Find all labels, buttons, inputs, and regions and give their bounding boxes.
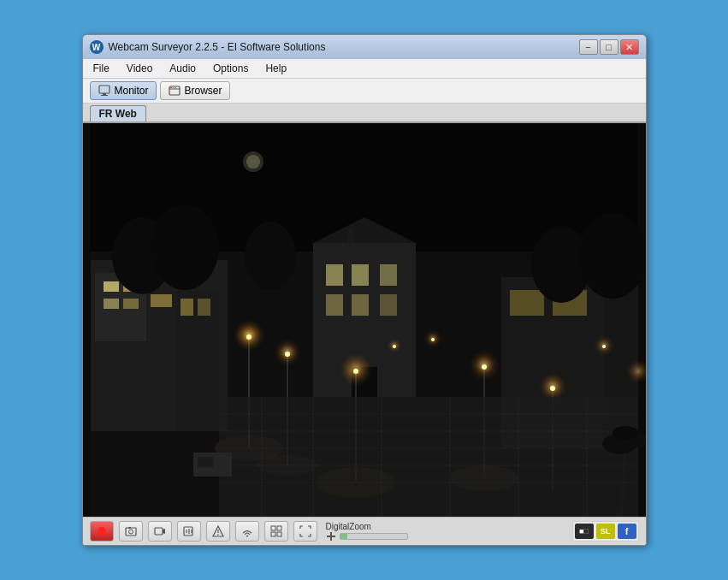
fr-web-tab[interactable]: FR Web: [90, 105, 146, 121]
menu-file[interactable]: File: [90, 61, 113, 76]
svg-rect-90: [155, 528, 163, 535]
minimize-button[interactable]: −: [579, 39, 598, 55]
monitor-label: Monitor: [115, 85, 149, 97]
snapshot-button[interactable]: [119, 521, 143, 542]
svg-rect-1: [103, 93, 106, 95]
svg-rect-25: [352, 264, 369, 286]
svg-rect-101: [277, 526, 281, 530]
svg-point-48: [353, 369, 358, 374]
svg-rect-0: [99, 86, 109, 93]
fullscreen-button[interactable]: [293, 521, 317, 542]
status-bar: DigitalZoom ■□ SL f: [83, 517, 646, 545]
video-button[interactable]: [177, 521, 201, 542]
svg-rect-28: [352, 294, 369, 316]
signal-button[interactable]: [235, 521, 259, 542]
svg-point-42: [246, 334, 252, 340]
svg-rect-100: [271, 526, 275, 530]
svg-rect-105: [330, 532, 332, 541]
close-button[interactable]: ✕: [620, 39, 639, 55]
camera-button[interactable]: [148, 521, 172, 542]
zoom-section: DigitalZoom: [326, 522, 408, 542]
sl-icon[interactable]: SL: [596, 524, 615, 539]
zoom-label: DigitalZoom: [326, 522, 408, 531]
svg-point-56: [431, 338, 435, 341]
svg-rect-17: [151, 294, 172, 307]
camera-view: [83, 123, 646, 517]
menu-audio[interactable]: Audio: [166, 61, 199, 76]
svg-point-86: [98, 527, 106, 536]
svg-point-60: [602, 345, 606, 348]
svg-point-45: [285, 352, 290, 357]
menu-video[interactable]: Video: [123, 61, 156, 76]
browser-icon: [168, 84, 181, 98]
svg-point-85: [246, 155, 260, 169]
menu-options[interactable]: Options: [210, 61, 252, 76]
svg-rect-87: [126, 528, 136, 536]
browser-label: Browser: [185, 85, 222, 97]
toolbar: Monitor Browser: [83, 79, 646, 104]
main-window: W Webcam Surveyor 2.2.5 - EI Software So…: [82, 34, 647, 546]
svg-rect-89: [128, 527, 131, 529]
svg-point-51: [482, 364, 487, 370]
svg-point-37: [245, 222, 296, 290]
svg-point-58: [393, 345, 396, 348]
monitor-button[interactable]: Monitor: [90, 81, 157, 100]
title-controls: − □ ✕: [579, 39, 639, 55]
camera-feed: [83, 123, 646, 517]
svg-point-98: [217, 534, 219, 536]
tab-bar: FR Web: [83, 104, 646, 123]
svg-rect-27: [326, 294, 343, 316]
svg-rect-15: [104, 299, 119, 309]
menu-bar: File Video Audio Options Help: [83, 59, 646, 79]
title-bar-left: W Webcam Surveyor 2.2.5 - EI Software So…: [90, 40, 326, 54]
app-icon: W: [90, 40, 104, 54]
svg-rect-16: [123, 299, 139, 309]
menu-help[interactable]: Help: [262, 61, 290, 76]
svg-point-88: [128, 530, 133, 534]
svg-rect-29: [380, 294, 397, 316]
svg-point-7: [175, 87, 176, 89]
svg-point-39: [578, 213, 646, 299]
svg-point-83: [613, 426, 638, 440]
record-button[interactable]: [90, 521, 114, 542]
browser-button[interactable]: Browser: [160, 81, 230, 100]
svg-point-6: [172, 87, 174, 89]
zoom-slider[interactable]: [340, 533, 408, 540]
svg-rect-20: [198, 299, 210, 316]
svg-rect-13: [104, 281, 119, 292]
zoom-icon: [326, 531, 336, 542]
maximize-button[interactable]: □: [600, 39, 619, 55]
bw-icon[interactable]: ■□: [575, 524, 594, 539]
svg-rect-23: [347, 230, 354, 243]
alert-button[interactable]: [206, 521, 230, 542]
svg-rect-24: [326, 264, 343, 286]
svg-rect-2: [101, 95, 108, 96]
fb-icon[interactable]: f: [618, 524, 636, 539]
window-title: Webcam Surveyor 2.2.5 - EI Software Solu…: [109, 41, 326, 53]
monitor-icon: [98, 84, 111, 98]
svg-rect-103: [277, 532, 281, 536]
svg-rect-19: [181, 299, 193, 316]
svg-point-5: [170, 87, 172, 89]
svg-point-36: [151, 204, 219, 290]
svg-rect-32: [510, 290, 544, 316]
title-bar: W Webcam Surveyor 2.2.5 - EI Software So…: [83, 35, 646, 59]
bottom-icons: ■□ SL f: [572, 521, 639, 542]
svg-rect-79: [198, 457, 213, 467]
svg-rect-102: [271, 532, 275, 536]
svg-point-99: [246, 536, 248, 537]
content-area: FR Web: [83, 104, 646, 545]
grid-button[interactable]: [264, 521, 288, 542]
svg-point-54: [550, 386, 555, 391]
svg-rect-66: [219, 397, 638, 517]
svg-rect-26: [380, 264, 397, 286]
svg-marker-91: [163, 529, 165, 534]
